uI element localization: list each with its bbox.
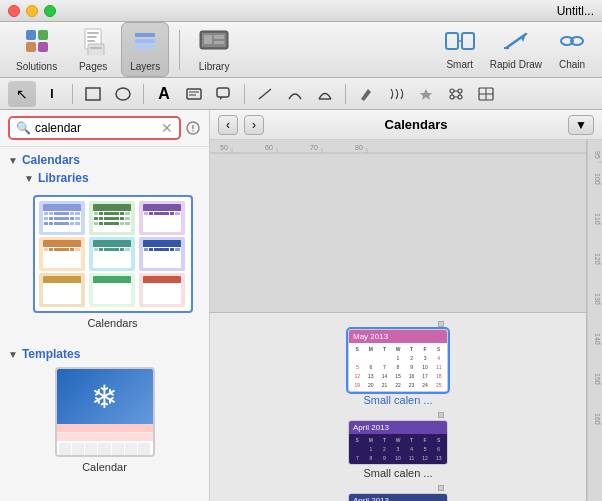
svg-rect-16	[214, 35, 224, 39]
lib-cell-3[interactable]	[139, 201, 185, 235]
tool-12[interactable]	[412, 81, 440, 107]
speech-tool[interactable]	[210, 81, 238, 107]
smart-button[interactable]: Smart	[438, 28, 482, 72]
svg-text:50: 50	[220, 144, 228, 151]
svg-text:160: 160	[594, 413, 601, 425]
tool-11[interactable]	[382, 81, 410, 107]
template-item-calendar[interactable]: ❄	[0, 363, 209, 477]
nav-forward-button[interactable]: ›	[244, 115, 264, 135]
calendar-card-3[interactable]: April 2013 SMTWTFS 123456 78910111213	[348, 493, 448, 501]
svg-text:70: 70	[310, 144, 318, 151]
library-button[interactable]: Library	[190, 23, 238, 76]
tree-item-libraries[interactable]: ▼ Libraries	[16, 169, 209, 187]
rapid-draw-button[interactable]: Rapid Draw	[484, 28, 548, 72]
templates-section: ▼ Templates ❄	[0, 341, 209, 481]
svg-rect-6	[87, 36, 97, 38]
solutions-button[interactable]: Solutions	[8, 23, 65, 76]
svg-text:150: 150	[594, 373, 601, 385]
snowflake-icon: ❄	[91, 378, 118, 416]
text-tool[interactable]: A	[150, 81, 178, 107]
content-dropdown[interactable]: ▼	[568, 115, 594, 135]
svg-text:100: 100	[594, 173, 601, 185]
sidebar-icon-1[interactable]	[185, 120, 201, 136]
tree-item-templates[interactable]: ▼ Templates	[0, 345, 209, 363]
solutions-label: Solutions	[16, 61, 57, 72]
solutions-icon	[23, 27, 51, 59]
pointer-tool[interactable]: ↖	[8, 81, 36, 107]
svg-text:140: 140	[594, 333, 601, 345]
svg-rect-11	[135, 39, 155, 43]
template-thumb-bottom	[57, 424, 153, 457]
svg-point-27	[116, 88, 130, 100]
card-month-1: May 2013	[353, 332, 388, 341]
calendar-card-1[interactable]: May 2013 SMTWTFS 1234 567891011 12131415…	[348, 329, 448, 392]
libraries-label: Libraries	[38, 171, 89, 185]
svg-rect-15	[204, 35, 212, 44]
tool-14[interactable]	[472, 81, 500, 107]
cal-grid-1: SMTWTFS 1234 567891011 12131415161718 19…	[349, 343, 447, 391]
tree-item-calendars[interactable]: ▼ Calendars	[0, 151, 209, 169]
dropdown-arrow: ▼	[575, 118, 587, 132]
calendars-label: Calendars	[22, 153, 80, 167]
sidebar: 🔍 ✕ ▼ Calendars ▼	[0, 110, 210, 501]
card-group-3: April 2013 SMTWTFS 123456 78910111213 Sm…	[348, 485, 448, 501]
pen-tool[interactable]	[352, 81, 380, 107]
main-toolbar: Solutions Pages Layers	[0, 22, 602, 78]
lib-cell-2[interactable]	[89, 201, 135, 235]
smart-icon	[445, 30, 475, 57]
layers-label: Layers	[130, 61, 160, 72]
svg-rect-7	[87, 40, 95, 42]
nav-back-button[interactable]: ‹	[218, 115, 238, 135]
tools-sep-2	[143, 84, 144, 104]
layers-icon	[131, 27, 159, 59]
calendar-card-2[interactable]: April 2013 SMTWTFS 123456 78910111213	[348, 420, 448, 465]
svg-rect-5	[87, 32, 99, 34]
svg-point-36	[450, 95, 454, 99]
svg-rect-17	[214, 41, 224, 44]
smart-label: Smart	[446, 59, 473, 70]
lib-cell-6[interactable]	[139, 237, 185, 271]
input-box-tool[interactable]	[180, 81, 208, 107]
search-input[interactable]	[35, 121, 157, 135]
search-bar: 🔍 ✕	[0, 110, 209, 147]
library-label: Library	[199, 61, 230, 72]
maximize-button[interactable]	[44, 5, 56, 17]
svg-text:110: 110	[594, 213, 601, 225]
chain-label: Chain	[559, 59, 585, 70]
lib-cell-5[interactable]	[89, 237, 135, 271]
content-header: ‹ › Calendars ▼	[210, 110, 602, 140]
tool-13[interactable]	[442, 81, 470, 107]
svg-text:80: 80	[355, 144, 363, 151]
svg-point-37	[458, 95, 462, 99]
svg-rect-9	[90, 47, 102, 49]
ellipse-tool[interactable]	[109, 81, 137, 107]
line-tool[interactable]	[251, 81, 279, 107]
tools-row: ↖ I A	[0, 78, 602, 110]
ruler-horizontal: 50 60 70 80	[210, 140, 586, 313]
curve-tool[interactable]	[281, 81, 309, 107]
text-cursor-tool[interactable]: I	[38, 81, 66, 107]
pages-button[interactable]: Pages	[69, 23, 117, 76]
svg-line-32	[259, 89, 271, 99]
chain-button[interactable]: Chain	[550, 28, 594, 72]
card-header-2: April 2013	[349, 421, 447, 434]
template-thumbnail: ❄	[55, 367, 155, 457]
lib-cell-8[interactable]	[89, 273, 135, 307]
lib-cell-7[interactable]	[39, 273, 85, 307]
card-month-3: April 2013	[353, 496, 389, 501]
lib-cell-1[interactable]	[39, 201, 85, 235]
arc-tool[interactable]	[311, 81, 339, 107]
lib-cell-9[interactable]	[139, 273, 185, 307]
card-header-3: April 2013	[349, 494, 447, 501]
layers-button[interactable]: Layers	[121, 22, 169, 77]
rect-tool[interactable]	[79, 81, 107, 107]
minimize-button[interactable]	[26, 5, 38, 17]
content-scroll[interactable]: May 2013 SMTWTFS 1234 567891011 12131415…	[210, 313, 586, 501]
card-header-1: May 2013	[349, 330, 447, 343]
close-button[interactable]	[8, 5, 20, 17]
triangle-templates: ▼	[8, 349, 18, 360]
clear-search-button[interactable]: ✕	[161, 120, 173, 136]
lib-cell-4[interactable]	[39, 237, 85, 271]
svg-text:60: 60	[265, 144, 273, 151]
library-grid: Calendars	[16, 187, 209, 337]
